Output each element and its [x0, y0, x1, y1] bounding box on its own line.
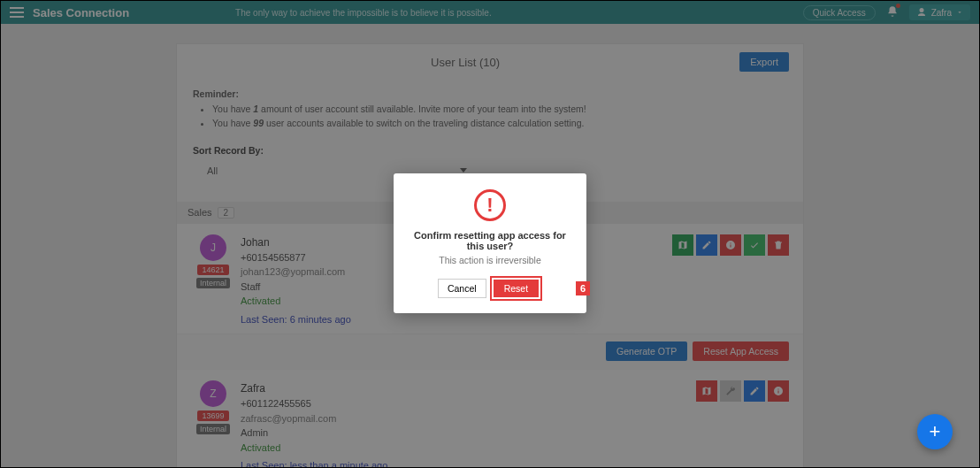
confirm-reset-modal: ! Confirm resetting app access for this …	[394, 173, 586, 313]
cancel-button[interactable]: Cancel	[438, 279, 486, 298]
modal-overlay: ! Confirm resetting app access for this …	[1, 1, 979, 467]
step-callout: 6	[576, 281, 590, 295]
reset-button[interactable]: Reset	[494, 280, 539, 297]
reset-highlight-box: Reset	[490, 276, 542, 301]
modal-subtitle: This action is irreversible	[408, 255, 572, 265]
modal-title: Confirm resetting app access for this us…	[408, 230, 572, 251]
add-fab-button[interactable]: +	[917, 414, 953, 449]
warning-icon: !	[474, 189, 506, 221]
